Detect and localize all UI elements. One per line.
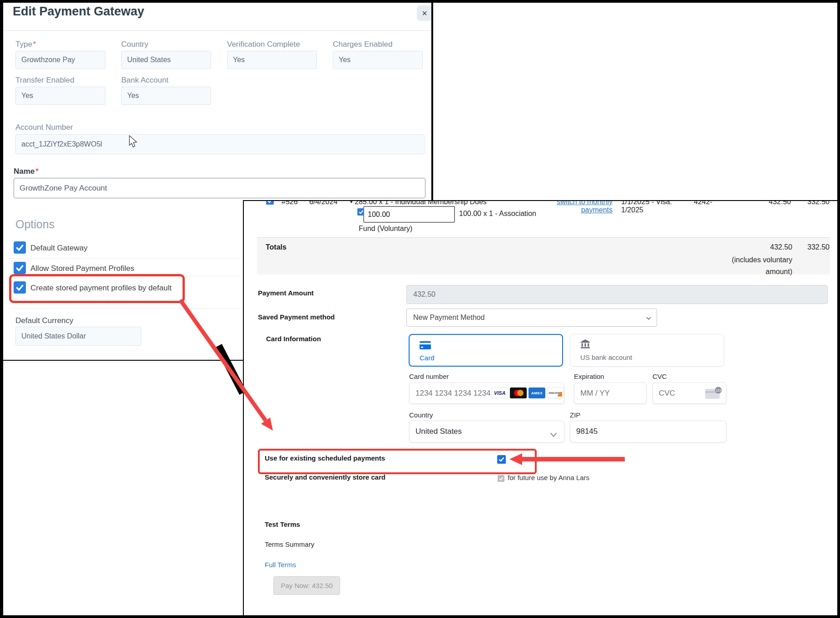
- totals-band: Totals 432.50 332.50 (includes voluntary…: [257, 237, 830, 275]
- invoice-checkbox[interactable]: [266, 200, 274, 205]
- tab-us-bank-label: US bank account: [580, 353, 632, 361]
- zip-label: ZIP: [570, 411, 580, 419]
- verification-complete-field: Yes: [227, 51, 317, 69]
- card-number-label: Card number: [409, 373, 449, 380]
- cvc-label: CVC: [652, 373, 667, 380]
- invoice-amount-due: 332.50: [783, 200, 830, 206]
- charges-enabled-label: Charges Enabled: [333, 40, 392, 49]
- store-card-label: Securely and conveniently store card: [265, 473, 385, 481]
- account-number-label: Account Number: [15, 123, 73, 132]
- country-label: Country: [121, 40, 148, 49]
- totals-label: Totals: [266, 243, 287, 251]
- close-icon[interactable]: ×: [417, 5, 432, 21]
- charges-enabled-field: Yes: [333, 51, 423, 69]
- modal-header-divider: [3, 30, 431, 31]
- invoice-line-item-2: 100.00 x 1 - Association: [459, 210, 536, 218]
- terms-title: Test Terms: [265, 520, 300, 528]
- mouse-cursor-icon: [128, 135, 138, 149]
- transfer-enabled-field: Yes: [15, 87, 105, 105]
- terms-summary: Terms Summary: [265, 540, 314, 548]
- svg-text:123: 123: [716, 389, 721, 392]
- outer-border-top: [0, 0, 840, 3]
- totals-note-line2: amount): [666, 268, 792, 276]
- payment-amount-label: Payment Amount: [258, 289, 314, 297]
- credit-card-icon: [420, 341, 431, 349]
- invoice-line-item-1: • 285.00 x 1 - Individual Membership Due…: [350, 200, 487, 206]
- country-select-label: Country: [409, 411, 433, 419]
- card-information-label: Card Information: [266, 335, 321, 343]
- bank-icon: [580, 339, 590, 349]
- default-currency-field: United States Dollar: [15, 327, 141, 346]
- totals-amount-due: 332.50: [784, 243, 830, 251]
- type-field: Growthzone Pay: [15, 51, 105, 69]
- screenshot-canvas: Edit Payment Gateway × Type* Country Ver…: [0, 0, 840, 618]
- invoice-date: 6/4/2024: [309, 200, 337, 206]
- name-input[interactable]: [14, 178, 425, 198]
- outer-border-right: [837, 0, 840, 618]
- mastercard-icon: [510, 387, 527, 398]
- default-currency-label: Default Currency: [15, 316, 74, 325]
- tab-card[interactable]: Card: [409, 334, 563, 367]
- transfer-enabled-label: Transfer Enabled: [15, 76, 74, 85]
- bank-account-label: Bank Account: [121, 76, 168, 85]
- payment-amount-input: [406, 285, 828, 304]
- expiration-input[interactable]: [574, 383, 647, 404]
- saved-payment-method-label: Saved Payment method: [258, 313, 335, 321]
- default-gateway-label: Default Gateway: [30, 244, 88, 253]
- totals-note-line1: (includes voluntary: [666, 256, 792, 264]
- modal-bottom-border: [3, 360, 244, 361]
- default-gateway-checkbox[interactable]: [14, 241, 26, 254]
- switch-to-monthly-link[interactable]: switch to monthlypayments: [553, 200, 613, 214]
- zip-input[interactable]: [570, 421, 726, 442]
- next-scheduled-payment: 1/1/2025 - Visa:1/2025: [621, 200, 672, 214]
- full-terms-link[interactable]: Full Terms: [265, 561, 296, 569]
- account-number-field: acct_1JZiYf2xE3p8WO5l: [15, 134, 425, 154]
- pay-now-button[interactable]: Pay Now: 432.50: [273, 576, 340, 595]
- card-last-digits: 4242-: [694, 200, 712, 206]
- allow-stored-profiles-checkbox[interactable]: [14, 262, 26, 274]
- bank-account-field: Yes: [121, 87, 211, 105]
- saved-payment-method-select[interactable]: New Payment Method: [406, 309, 657, 327]
- highlight-box-use-existing: [258, 449, 537, 474]
- chevron-down-icon: [646, 314, 651, 322]
- invoice-line-item-2b: Fund (Voluntary): [359, 225, 412, 233]
- amex-icon: AMEX: [529, 387, 545, 398]
- visa-icon: VISA: [491, 387, 508, 398]
- type-label: Type*: [15, 40, 36, 49]
- outer-border-bottom: [0, 615, 840, 618]
- black-wedge: [218, 346, 243, 393]
- highlight-box-create-stored-profiles: [9, 274, 185, 303]
- discover-icon: DISCOVER: [547, 387, 563, 398]
- voluntary-amount-input[interactable]: [363, 206, 455, 223]
- store-card-checkbox: [498, 475, 504, 482]
- payment-panel: #526 6/4/2024 • 285.00 x 1 - Individual …: [243, 200, 837, 615]
- options-divider: [9, 308, 242, 309]
- cvc-card-icon: 123: [705, 387, 723, 400]
- modal-title: Edit Payment Gateway: [13, 5, 144, 19]
- verification-complete-label: Verification Complete: [227, 40, 300, 49]
- tab-us-bank-account[interactable]: US bank account: [570, 334, 724, 367]
- country-field: United States: [121, 51, 211, 69]
- outer-border-left: [0, 0, 3, 618]
- options-divider: [9, 258, 242, 259]
- store-card-note: for future use by Anna Lars: [508, 474, 589, 481]
- expiration-label: Expiration: [574, 373, 604, 380]
- allow-stored-profiles-label: Allow Stored Payment Profiles: [30, 264, 134, 273]
- invoice-number: #526: [282, 200, 298, 206]
- tab-card-label: Card: [420, 354, 435, 362]
- country-select[interactable]: United States: [409, 421, 564, 442]
- modal-right-border: [431, 0, 433, 200]
- name-label: Name*: [14, 167, 39, 176]
- options-heading: Options: [15, 218, 54, 231]
- chevron-down-icon: [550, 430, 557, 439]
